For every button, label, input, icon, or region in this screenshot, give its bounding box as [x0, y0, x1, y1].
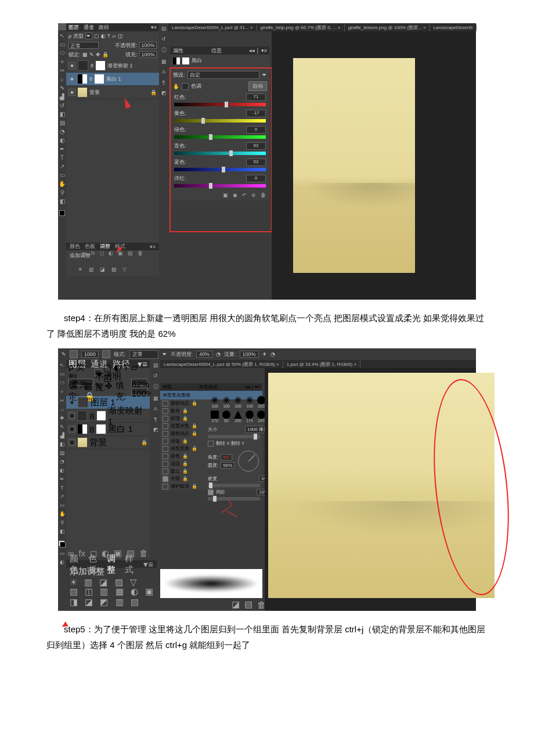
trash-icon[interactable]: 🗑: [261, 192, 266, 198]
tab-swatches[interactable]: 色板: [85, 243, 95, 250]
info-icon[interactable]: ⓘ: [153, 383, 158, 391]
dropdown-icon[interactable]: ⏷: [162, 351, 167, 357]
option-label[interactable]: 颜色动态: [171, 430, 189, 437]
path-tool-icon[interactable]: ↗: [60, 494, 64, 499]
checkbox[interactable]: [163, 401, 168, 406]
shape-tool-icon[interactable]: ▭: [60, 502, 65, 508]
move-tool-icon[interactable]: ↖: [59, 33, 65, 38]
lock-icon[interactable]: 🔒: [192, 423, 197, 429]
new-preset-icon[interactable]: ▤: [244, 599, 252, 610]
slider-value[interactable]: 0: [246, 175, 266, 182]
swatches-icon[interactable]: ▦: [153, 395, 158, 401]
option-label[interactable]: 纹理: [171, 415, 180, 422]
lock-icon[interactable]: 🔒: [182, 461, 188, 466]
slider-value[interactable]: 71: [246, 93, 266, 101]
doc-tab[interactable]: LandscapeDesert0: [430, 24, 477, 31]
lock-pixels-icon[interactable]: ▦: [82, 52, 88, 57]
layer-row[interactable]: ◉ 8 渐变映射 1: [66, 59, 159, 73]
visibility-icon[interactable]: ◉: [68, 426, 75, 433]
checkbox[interactable]: [163, 438, 168, 444]
tab-styles[interactable]: 样式: [125, 553, 139, 575]
doc-tab[interactable]: LandscapeDesert0054_L.psd @ 51... ×: [168, 24, 257, 31]
adjustment-icon[interactable]: ◐: [109, 250, 113, 258]
info-icon[interactable]: ⓘ: [161, 46, 167, 54]
tab-adjustments[interactable]: 调整: [107, 553, 121, 575]
fill-input[interactable]: 100%: [139, 51, 157, 58]
doc-tab[interactable]: LandscapeDesert0054_L.psd @ 50% (图层 1, R…: [160, 361, 283, 368]
prev-icon[interactable]: ⊚: [251, 192, 256, 198]
history-icon[interactable]: ↺: [161, 36, 166, 42]
lasso-tool-icon[interactable]: ⬭: [60, 380, 64, 386]
brush-tips[interactable]: 100 100 100 100 200 270 80 200 174 245: [208, 395, 270, 424]
lasso-tool-icon[interactable]: ⬭: [59, 50, 65, 56]
panel-icon[interactable]: ▤: [161, 26, 167, 31]
lock-move-icon[interactable]: ✥: [96, 52, 100, 57]
tint-icon[interactable]: ✋: [173, 84, 179, 89]
text-tool-icon[interactable]: T: [60, 485, 64, 491]
dropdown-icon[interactable]: ⏷: [262, 72, 267, 78]
filter-adjust-icon[interactable]: ◐: [101, 33, 106, 39]
brush-panel-icon[interactable]: [102, 350, 110, 358]
filter-text-icon[interactable]: T: [107, 33, 111, 39]
lock-icon[interactable]: 🔒: [192, 431, 197, 436]
new-layer-icon[interactable]: ▤: [128, 250, 133, 258]
tint-checkbox[interactable]: [182, 83, 189, 90]
slider-track[interactable]: [174, 135, 266, 139]
opacity-input[interactable]: 100%: [139, 42, 157, 49]
brush-preview-icon[interactable]: [70, 350, 78, 358]
stamp-tool-icon[interactable]: ▟: [60, 433, 64, 438]
option-label[interactable]: 形状动态: [171, 400, 189, 406]
hand-tool-icon[interactable]: ✋: [59, 181, 65, 186]
heal-tool-icon[interactable]: ✚: [60, 415, 64, 421]
tab-adjustments[interactable]: 调整: [100, 243, 110, 250]
option-label[interactable]: 建立: [171, 468, 180, 474]
opacity-input[interactable]: 40%: [196, 351, 212, 358]
slider-value[interactable]: -17: [246, 110, 266, 117]
panel-menu-icon[interactable]: ◂◂ │ ▾≡: [249, 48, 267, 53]
kind-dropdown[interactable]: ⏷: [85, 33, 92, 39]
visibility-icon[interactable]: ◉: [68, 439, 75, 446]
visibility-icon[interactable]: ◉: [68, 399, 75, 406]
lock-all-icon[interactable]: 🔒: [102, 52, 109, 57]
crop-tool-icon[interactable]: ✂: [60, 398, 64, 404]
toggle-icon[interactable]: ◪: [232, 599, 240, 610]
slider-track[interactable]: [174, 119, 266, 123]
lock-icon[interactable]: 🔒: [192, 484, 197, 489]
fill-input[interactable]: 100%: [131, 388, 147, 395]
panel-menu-icon[interactable]: ◂◂ │ ▾≡: [245, 384, 260, 390]
checkbox[interactable]: [163, 461, 168, 467]
tab-paths[interactable]: 路径: [99, 24, 109, 31]
option-label[interactable]: 湿边: [171, 460, 180, 467]
lock-paint-icon[interactable]: ✎: [89, 52, 94, 57]
tab-channels[interactable]: 通道: [84, 24, 94, 31]
brush-tool-icon[interactable]: ✎: [60, 424, 64, 430]
gradient-tool-icon[interactable]: ▤: [59, 120, 65, 125]
zoom-tool-icon[interactable]: ⚲: [59, 189, 65, 195]
option-label[interactable]: 画笔笔势: [171, 445, 189, 452]
checkbox[interactable]: [163, 431, 168, 437]
trash-icon[interactable]: 🗑: [139, 548, 148, 556]
trash-icon[interactable]: 🗑: [138, 250, 143, 258]
layer-row[interactable]: ◉背景🔒: [66, 436, 150, 449]
eyedropper-tool-icon[interactable]: ⌕: [61, 406, 64, 412]
adjustment-presets-row[interactable]: ▤ ◫ ▥ ▦ ◐ ▣: [70, 586, 156, 597]
option-label[interactable]: 保护纹理: [171, 483, 189, 489]
lock-icon[interactable]: 🔒: [182, 469, 188, 474]
paragraph-icon[interactable]: ¶: [154, 416, 157, 422]
slider-track[interactable]: [174, 152, 266, 155]
slider-track[interactable]: [174, 103, 266, 106]
wand-tool-icon[interactable]: ✧: [59, 59, 65, 64]
brush-tool-icon[interactable]: ✎: [59, 85, 65, 91]
visibility-icon[interactable]: ◉: [68, 89, 75, 96]
panel-icon[interactable]: ▤: [153, 362, 158, 368]
checkbox[interactable]: [163, 484, 168, 489]
option-label[interactable]: 双重画笔: [171, 423, 189, 429]
blur-tool-icon[interactable]: ◔: [60, 459, 64, 465]
styles-icon[interactable]: ◩: [153, 427, 158, 433]
layer-row[interactable]: ◉8渐变映射 1: [66, 409, 150, 423]
crop-tool-icon[interactable]: ✂: [59, 67, 65, 73]
fg-bg-color-icon[interactable]: [59, 210, 65, 216]
checkbox[interactable]: [163, 446, 168, 452]
option-label[interactable]: 平滑: [171, 476, 180, 482]
visibility-icon[interactable]: ◉: [68, 62, 75, 69]
